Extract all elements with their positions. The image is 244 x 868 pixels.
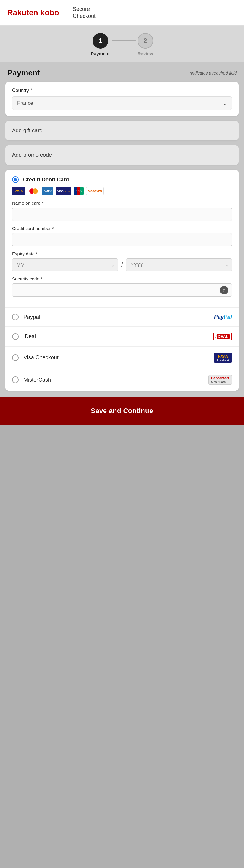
ideal-option[interactable]: iDeal i DEAL: [5, 327, 239, 346]
visa-debit-logo: VISADEBIT: [56, 187, 71, 195]
payment-heading: Payment *indicates a required field: [0, 62, 244, 82]
country-label: Country *: [12, 88, 232, 93]
country-select[interactable]: France United States Canada Germany Neth…: [12, 96, 232, 110]
expiry-mm-select[interactable]: MM 01020304 05060708 09101112: [12, 258, 118, 272]
security-code-input[interactable]: [12, 283, 232, 297]
ideal-logo: i DEAL: [213, 333, 232, 340]
jcb-logo: JCB: [74, 187, 83, 195]
mistercash-option[interactable]: MisterCash Bancontact Mister Cash: [5, 369, 239, 391]
country-select-wrapper: France United States Canada Germany Neth…: [12, 96, 232, 110]
ideal-radio[interactable]: [12, 333, 19, 340]
card-logos: VISA AMEX VISADEBIT JCB DISCOVER: [12, 187, 232, 195]
step-1: 1 Payment: [91, 33, 110, 56]
credit-card-number-field: Credit card number *: [12, 226, 232, 246]
expiry-date-field: Expiry date * MM 01020304 05060708 09101…: [12, 251, 232, 272]
payment-methods-card: Credit/ Debit Card VISA AMEX VISADEBIT J…: [5, 170, 239, 391]
expiry-yyyy-wrapper: YYYY 2024202520262027 202820292030 ⌄: [126, 258, 232, 272]
credit-card-number-label: Credit card number *: [12, 226, 232, 231]
header: Rakuten kobo SecureCheckout: [0, 0, 244, 26]
ideal-label: iDeal: [24, 333, 36, 340]
payment-title: Payment: [7, 68, 40, 78]
header-divider: [66, 5, 66, 20]
step-1-label: Payment: [91, 51, 110, 56]
mastercard-logo: [28, 187, 39, 195]
visa-checkout-option[interactable]: Visa Checkout VISA Checkout: [5, 346, 239, 369]
name-on-card-field: Name on card *: [12, 200, 232, 221]
security-code-label: Security code *: [12, 276, 232, 281]
visa-checkout-radio[interactable]: [12, 354, 19, 361]
promo-code-button[interactable]: Add promo code: [5, 145, 239, 165]
paypal-option[interactable]: Paypal PayPal: [5, 307, 239, 327]
expiry-divider: /: [121, 261, 123, 269]
credit-card-label: Credit/ Debit Card: [23, 177, 69, 183]
step-2: 2 Review: [138, 33, 153, 56]
save-continue-button[interactable]: Save and Continue: [0, 397, 244, 425]
logo: Rakuten kobo: [7, 8, 59, 18]
progress-bar: 1 Payment 2 Review: [0, 26, 244, 62]
amex-logo: AMEX: [42, 187, 54, 195]
gift-card-button[interactable]: Add gift card: [5, 121, 239, 141]
credit-card-header: Credit/ Debit Card: [12, 176, 232, 183]
visa-logo: VISA: [12, 187, 25, 195]
paypal-label: Paypal: [24, 314, 40, 320]
step-2-circle: 2: [138, 33, 153, 49]
mistercash-logo: Bancontact Mister Cash: [208, 375, 232, 385]
required-note: *indicates a required field: [189, 71, 237, 75]
main-content: Payment *indicates a required field Coun…: [0, 62, 244, 425]
expiry-row: MM 01020304 05060708 09101112 ⌄ / YYYY 2…: [12, 258, 232, 272]
expiry-yyyy-select[interactable]: YYYY 2024202520262027 202820292030: [126, 258, 232, 272]
expiry-date-label: Expiry date *: [12, 251, 232, 256]
expiry-mm-wrapper: MM 01020304 05060708 09101112 ⌄: [12, 258, 118, 272]
credit-card-radio[interactable]: [12, 176, 19, 183]
visa-checkout-logo: VISA Checkout: [214, 353, 232, 363]
paypal-logo: PayPal: [214, 314, 232, 320]
name-on-card-input[interactable]: [12, 208, 232, 221]
country-card: Country * France United States Canada Ge…: [5, 82, 239, 116]
step-2-label: Review: [138, 51, 153, 56]
gift-card-label: Add gift card: [12, 127, 42, 133]
step-1-circle: 1: [93, 33, 108, 49]
promo-code-label: Add promo code: [12, 152, 52, 158]
security-code-field: Security code * ?: [12, 276, 232, 297]
paypal-radio[interactable]: [12, 314, 19, 320]
progress-connector: [112, 40, 136, 41]
name-on-card-label: Name on card *: [12, 200, 232, 206]
mistercash-label: MisterCash: [24, 377, 51, 383]
security-help-icon[interactable]: ?: [220, 286, 228, 294]
secure-checkout-label: SecureCheckout: [73, 6, 96, 20]
visa-checkout-label: Visa Checkout: [24, 354, 59, 361]
credit-card-number-input[interactable]: [12, 233, 232, 246]
mistercash-radio[interactable]: [12, 376, 19, 383]
discover-logo: DISCOVER: [86, 187, 104, 195]
security-code-wrapper: ?: [12, 283, 232, 297]
credit-card-section: Credit/ Debit Card VISA AMEX VISADEBIT J…: [5, 170, 239, 307]
